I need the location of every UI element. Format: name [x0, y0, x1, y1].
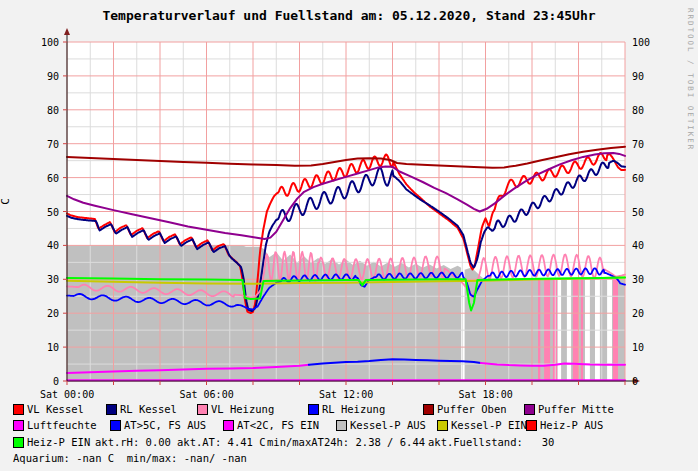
chart-title: Temperaturverlauf und Fuellstand am: 05.…: [0, 8, 698, 23]
rrdtool-watermark: RRDTOOL / TOBI OETIKER: [686, 8, 695, 151]
y-tick-left-20: 20: [35, 308, 59, 319]
y-tick-left-10: 10: [35, 342, 59, 353]
status-text-2-2: akt.AT: 4.41 C: [177, 436, 266, 448]
y-tick-right-70: 70: [632, 139, 644, 150]
legend-label-heiz-p-aus: Heiz-P AUS: [540, 419, 603, 431]
y-tick-right-40: 40: [632, 240, 644, 251]
legend-swatch-vl-kessel: [13, 404, 24, 415]
legend-swatch-vl-heizung: [197, 404, 208, 415]
y-tick-left-60: 60: [35, 173, 59, 184]
legend-label-puffer-mitte: Puffer Mitte: [538, 403, 614, 415]
legend-swatch-at-5c-fs-aus: [110, 420, 121, 431]
legend-swatch-kessel-p-aus: [336, 420, 347, 431]
legend-swatch-rl-kessel: [106, 404, 117, 415]
y-tick-left-40: 40: [35, 240, 59, 251]
y-tick-left-80: 80: [35, 105, 59, 116]
y-tick-left-50: 50: [35, 207, 59, 218]
y-tick-right-80: 80: [632, 105, 644, 116]
legend-label-at-5c-fs-aus: AT>5C, FS AUS: [124, 419, 206, 431]
legend-label-luftfeuchte: Luftfeuchte: [27, 419, 97, 431]
y-tick-right-0: 0: [632, 376, 638, 387]
legend-label-vl-kessel: VL Kessel: [27, 403, 84, 415]
y-tick-left-30: 30: [35, 274, 59, 285]
y-tick-right-60: 60: [632, 173, 644, 184]
legend-swatch-kessel-p-ein: [437, 420, 448, 431]
y-tick-right-100: 100: [632, 37, 650, 48]
legend-label-at-2c-fs-ein: AT<2C, FS EIN: [237, 419, 319, 431]
x-tick-6: Sat 06:00: [180, 389, 234, 400]
chart-plot-area: [0, 0, 698, 471]
y-axis-label: C: [0, 198, 12, 205]
legend-label-rl-kessel: RL Kessel: [120, 403, 177, 415]
legend-label-heiz-p-ein: Heiz-P EIN: [27, 436, 90, 448]
legend-swatch-puffer-oben: [423, 404, 434, 415]
legend-label-kessel-p-ein: Kessel-P EIN: [451, 419, 527, 431]
y-tick-right-30: 30: [632, 274, 644, 285]
y-tick-left-70: 70: [35, 139, 59, 150]
y-tick-left-90: 90: [35, 71, 59, 82]
legend-label-rl-heizung: RL Heizung: [322, 403, 385, 415]
rrd-graph: Temperaturverlauf und Fuellstand am: 05.…: [0, 0, 698, 471]
legend-label-puffer-oben: Puffer Oben: [437, 403, 507, 415]
x-tick-0: Sat 00:00: [40, 389, 94, 400]
y-tick-left-0: 0: [35, 376, 59, 387]
legend-swatch-heiz-p-aus: [526, 420, 537, 431]
legend-label-kessel-p-aus: Kessel-P AUS: [350, 419, 426, 431]
status-text-2-1: akt.rH: 0.00: [95, 436, 171, 448]
y-tick-left-100: 100: [35, 37, 59, 48]
legend-swatch-puffer-mitte: [524, 404, 535, 415]
x-tick-12: Sat 12:00: [319, 389, 373, 400]
legend-label-vl-heizung: VL Heizung: [211, 403, 274, 415]
y-tick-right-50: 50: [632, 207, 644, 218]
x-tick-18: Sat 18:00: [459, 389, 513, 400]
legend-swatch-heiz-p-ein: [13, 437, 24, 448]
legend-swatch-luftfeuchte: [13, 420, 24, 431]
y-tick-right-90: 90: [632, 71, 644, 82]
status-text-2-4: akt.Fuellstand: 30: [428, 436, 554, 448]
legend-swatch-at-2c-fs-ein: [223, 420, 234, 431]
y-axis-arrow: [64, 28, 70, 35]
status-text-3-0: Aquarium: -nan C min/max: -nan/ -nan: [13, 452, 247, 464]
y-tick-right-20: 20: [632, 308, 644, 319]
y-tick-right-10: 10: [632, 342, 644, 353]
legend-swatch-rl-heizung: [308, 404, 319, 415]
status-text-2-3: min/maxAT24h: 2.38 / 6.44: [267, 436, 425, 448]
